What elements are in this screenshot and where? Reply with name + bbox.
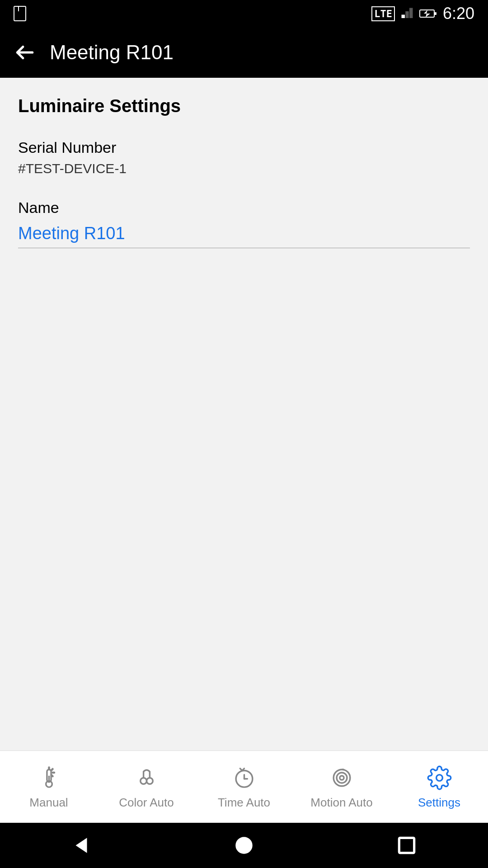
sd-card-icon (14, 6, 26, 21)
back-button[interactable] (14, 41, 36, 64)
section-title: Luminaire Settings (18, 96, 470, 116)
status-time: 6:20 (443, 4, 474, 23)
bottom-nav: Manual Color Auto Time Auto (0, 750, 488, 823)
name-input-container[interactable]: Meeting R101 (18, 224, 470, 248)
signal-icon (400, 7, 414, 20)
nav-item-settings[interactable]: Settings (390, 764, 488, 810)
svg-marker-5 (424, 10, 430, 17)
home-system-btn[interactable] (233, 834, 255, 857)
svg-point-21 (436, 774, 442, 781)
name-field: Name Meeting R101 (18, 199, 470, 248)
svg-marker-0 (401, 15, 405, 19)
color-auto-icon (133, 764, 160, 791)
nav-color-auto-label: Color Auto (119, 796, 174, 810)
svg-marker-2 (409, 8, 413, 19)
nav-item-motion-auto[interactable]: Motion Auto (293, 764, 390, 810)
svg-rect-24 (399, 838, 414, 853)
nav-time-auto-label: Time Auto (218, 796, 270, 810)
status-right: LTE 6:20 (371, 4, 474, 23)
svg-rect-4 (435, 12, 436, 15)
nav-item-manual[interactable]: Manual (0, 764, 98, 810)
nav-settings-label: Settings (418, 796, 460, 810)
motion-auto-icon (328, 764, 355, 791)
time-auto-icon (230, 764, 258, 791)
app-bar: Meeting R101 (0, 27, 488, 78)
settings-icon (426, 764, 453, 791)
svg-marker-1 (405, 11, 409, 18)
nav-item-color-auto[interactable]: Color Auto (98, 764, 195, 810)
battery-charging-icon (419, 7, 437, 20)
name-input-value[interactable]: Meeting R101 (18, 224, 125, 243)
main-content: Luminaire Settings Serial Number #TEST-D… (0, 78, 488, 750)
system-nav-bar (0, 823, 488, 868)
serial-number-value: #TEST-DEVICE-1 (18, 161, 470, 176)
app-bar-title: Meeting R101 (50, 41, 174, 64)
svg-line-7 (52, 769, 52, 770)
svg-point-14 (146, 778, 153, 784)
status-bar: LTE 6:20 (0, 0, 488, 27)
svg-point-18 (339, 775, 343, 779)
back-system-btn[interactable] (70, 834, 93, 857)
serial-number-field: Serial Number #TEST-DEVICE-1 (18, 139, 470, 176)
nav-item-time-auto[interactable]: Time Auto (195, 764, 293, 810)
manual-icon (35, 764, 62, 791)
lte-icon: LTE (371, 6, 395, 21)
nav-manual-label: Manual (29, 796, 68, 810)
serial-number-label: Serial Number (18, 139, 470, 156)
svg-point-23 (235, 837, 253, 854)
recent-system-btn[interactable] (395, 834, 418, 857)
svg-point-19 (337, 773, 347, 783)
name-label: Name (18, 199, 470, 217)
nav-motion-auto-label: Motion Auto (310, 796, 372, 810)
svg-marker-22 (76, 838, 87, 853)
svg-point-13 (140, 778, 146, 784)
